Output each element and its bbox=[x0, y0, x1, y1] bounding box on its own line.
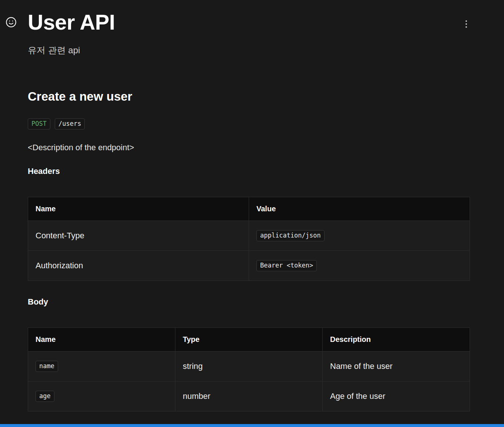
header-name-cell: Authorization bbox=[28, 251, 249, 280]
bottom-accent-bar bbox=[0, 424, 504, 427]
param-type-cell: string bbox=[175, 351, 323, 381]
column-header-description: Description bbox=[323, 327, 470, 351]
table-row: Authorization Bearer <token> bbox=[28, 251, 470, 280]
column-header-name: Name bbox=[28, 197, 249, 221]
body-table-header-row: Name Type Description bbox=[28, 327, 470, 351]
kebab-menu-icon bbox=[466, 20, 467, 22]
page-title: User API bbox=[28, 10, 470, 34]
param-description-cell: Name of the user bbox=[323, 351, 470, 381]
param-name-cell: age bbox=[28, 381, 175, 411]
page-emoji-icon[interactable] bbox=[5, 17, 17, 29]
endpoint-description: <Description of the endpoint> bbox=[28, 143, 470, 152]
headers-heading: Headers bbox=[28, 167, 470, 176]
table-row: age number Age of the user bbox=[28, 381, 470, 411]
header-value-cell: Bearer <token> bbox=[249, 251, 470, 280]
headers-table: Name Value Content-Type application/json… bbox=[28, 197, 470, 281]
more-options-button[interactable] bbox=[460, 18, 472, 30]
page-content: User API 유저 관련 api Create a new user POS… bbox=[0, 0, 504, 411]
smiley-icon bbox=[5, 16, 17, 30]
header-value-cell: application/json bbox=[249, 221, 470, 251]
code-value-badge: application/json bbox=[256, 230, 325, 241]
endpoint-badges: POST /users bbox=[28, 118, 470, 130]
param-type-cell: number bbox=[175, 381, 323, 411]
column-header-name: Name bbox=[28, 327, 175, 351]
endpoint-heading: Create a new user bbox=[28, 90, 470, 104]
http-method-badge: POST bbox=[28, 118, 50, 130]
code-param-badge: age bbox=[36, 391, 54, 402]
param-description-cell: Age of the user bbox=[323, 381, 470, 411]
headers-table-header-row: Name Value bbox=[28, 197, 470, 221]
param-name-cell: name bbox=[28, 351, 175, 381]
column-header-value: Value bbox=[249, 197, 470, 221]
code-param-badge: name bbox=[36, 361, 58, 372]
body-table: Name Type Description name string Name o… bbox=[28, 327, 470, 411]
column-header-type: Type bbox=[175, 327, 323, 351]
table-row: Content-Type application/json bbox=[28, 221, 470, 251]
body-heading: Body bbox=[28, 297, 470, 307]
table-row: name string Name of the user bbox=[28, 351, 470, 381]
header-name-cell: Content-Type bbox=[28, 221, 249, 251]
code-value-badge: Bearer <token> bbox=[256, 260, 317, 271]
page-subtitle: 유저 관련 api bbox=[28, 44, 470, 56]
endpoint-path-badge: /users bbox=[55, 118, 85, 130]
